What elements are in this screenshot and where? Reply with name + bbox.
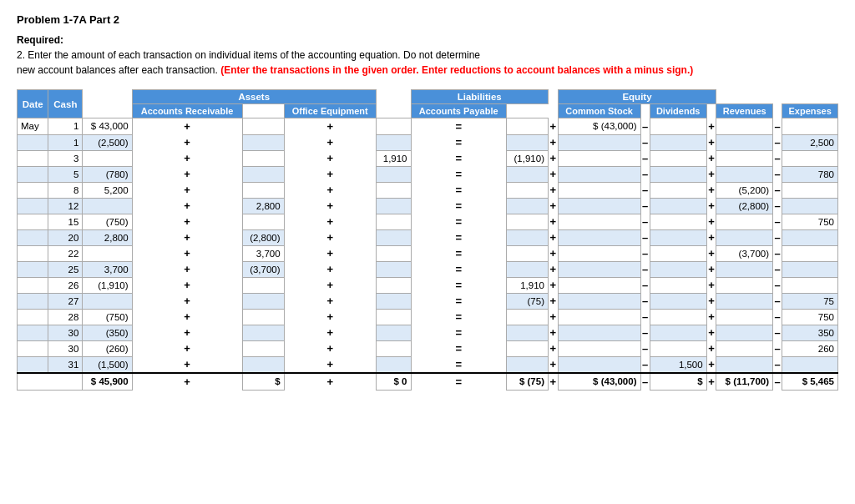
op-minus: – xyxy=(640,182,650,198)
cell-month xyxy=(18,198,48,214)
cell-ar xyxy=(242,118,284,135)
cell-rev xyxy=(716,214,773,229)
cell-cash: (1,500) xyxy=(83,356,132,373)
op-eq: = xyxy=(411,150,506,166)
cell-exp: 750 xyxy=(782,214,838,229)
op-plus: + xyxy=(132,261,242,277)
cell-cash xyxy=(83,245,132,261)
cell-ap xyxy=(506,309,548,325)
cell-month xyxy=(18,134,48,150)
cell-exp: 750 xyxy=(782,309,838,325)
cell-month xyxy=(18,166,48,182)
cell-day: 26 xyxy=(48,277,83,293)
cell-month xyxy=(18,229,48,245)
instructions: Required: 2. Enter the amount of each tr… xyxy=(17,33,838,78)
op-plus2: + xyxy=(284,277,376,293)
op-eq: = xyxy=(411,277,506,293)
ap-header: Accounts Payable xyxy=(411,104,506,118)
table-row: 85,200++=+–+(5,200)– xyxy=(18,182,838,198)
cell-div xyxy=(650,293,706,309)
cell-ar xyxy=(242,134,284,150)
table-row: 26(1,910)++=1,910+–+– xyxy=(18,277,838,293)
op-plus3: + xyxy=(548,325,558,340)
table-row: 27++=(75)+–+–75 xyxy=(18,293,838,309)
cell-cs xyxy=(558,229,640,245)
op-minus: – xyxy=(640,198,650,214)
totals-cs: $ (43,000) xyxy=(558,373,640,390)
cell-oe xyxy=(376,166,411,182)
op-plus2: + xyxy=(284,229,376,245)
op-minus2: – xyxy=(773,118,782,135)
cell-cs xyxy=(558,245,640,261)
cell-day: 22 xyxy=(48,245,83,261)
cell-rev xyxy=(716,166,773,182)
cell-cash: (780) xyxy=(83,166,132,182)
plus-op-2: + xyxy=(548,90,558,118)
accounting-table: Date Cash + Assets = Liabilities + Equit… xyxy=(17,89,838,391)
table-row: 1(2,500)++=+–+–2,500 xyxy=(18,134,838,150)
page-title: Problem 1-7A Part 2 xyxy=(17,13,838,26)
cell-rev xyxy=(716,134,773,150)
cell-rev: (2,800) xyxy=(716,198,773,214)
cell-month xyxy=(18,356,48,373)
cell-ap xyxy=(506,325,548,340)
op-plus2: + xyxy=(284,182,376,198)
cell-cash xyxy=(83,293,132,309)
cell-cs xyxy=(558,150,640,166)
op-minus: – xyxy=(640,325,650,340)
cell-div xyxy=(650,166,706,182)
cell-cash: (350) xyxy=(83,325,132,340)
cell-oe xyxy=(376,182,411,198)
table-row: 31(1,500)++=+–1,500+– xyxy=(18,356,838,373)
cell-day: 1 xyxy=(48,118,83,135)
cell-cs xyxy=(558,134,640,150)
op-minus2: – xyxy=(773,229,782,245)
op-plus: + xyxy=(132,229,242,245)
table-row: 3++1,910=(1,910)+–+– xyxy=(18,150,838,166)
cell-month xyxy=(18,245,48,261)
cell-exp xyxy=(782,261,838,277)
op-minus: – xyxy=(640,118,650,135)
op-plus3: + xyxy=(548,309,558,325)
cell-exp: 350 xyxy=(782,325,838,340)
op-plus4: + xyxy=(706,356,716,373)
op-plus2: + xyxy=(284,325,376,340)
op-plus2: + xyxy=(284,198,376,214)
expenses-header: Expenses xyxy=(782,104,838,118)
ar-header: Accounts Receivable xyxy=(132,104,242,118)
cell-exp: 780 xyxy=(782,166,838,182)
cell-cash: 3,700 xyxy=(83,261,132,277)
cell-ar: 3,700 xyxy=(242,245,284,261)
cell-ap xyxy=(506,198,548,214)
cell-ap xyxy=(506,182,548,198)
cell-month xyxy=(18,309,48,325)
cell-div xyxy=(650,340,706,356)
op-plus: + xyxy=(132,134,242,150)
cell-day: 5 xyxy=(48,166,83,182)
op-plus: + xyxy=(132,309,242,325)
cell-cs xyxy=(558,356,640,373)
cell-ap xyxy=(506,166,548,182)
oe-header: Office Equipment xyxy=(284,104,376,118)
plus-op-3: + xyxy=(242,104,284,118)
cell-ar xyxy=(242,356,284,373)
cell-ar xyxy=(242,214,284,229)
cell-cash: (750) xyxy=(83,309,132,325)
op-minus2: – xyxy=(773,340,782,356)
cell-cash xyxy=(83,198,132,214)
cell-cs xyxy=(558,293,640,309)
cell-cash xyxy=(83,150,132,166)
op-minus: – xyxy=(640,214,650,229)
op-plus4: + xyxy=(706,245,716,261)
op-minus: – xyxy=(640,150,650,166)
cell-cs xyxy=(558,261,640,277)
cell-ar xyxy=(242,293,284,309)
op-minus2: – xyxy=(773,150,782,166)
totals-ap: $ (75) xyxy=(506,373,548,390)
op-minus2: – xyxy=(773,293,782,309)
op-plus3: + xyxy=(548,150,558,166)
totals-exp: $ 5,465 xyxy=(782,373,838,390)
cell-oe: 1,910 xyxy=(376,150,411,166)
table-row: 202,800+(2,800)+=+–+– xyxy=(18,229,838,245)
cell-day: 15 xyxy=(48,214,83,229)
